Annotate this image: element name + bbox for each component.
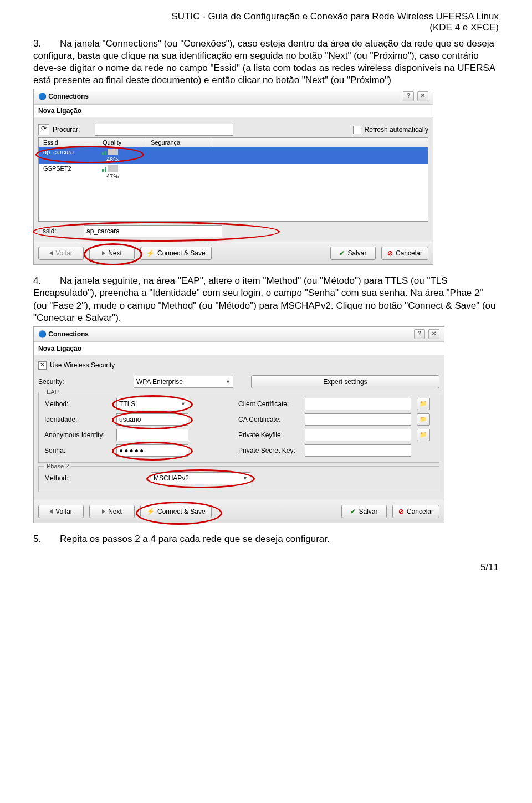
connect-save-button[interactable]: ⚡Connect & Save <box>140 505 212 518</box>
step-number-3: 3. <box>33 38 60 50</box>
next-button[interactable]: Next <box>89 247 135 260</box>
procurar-input[interactable] <box>95 124 233 136</box>
cancel-icon: ⊘ <box>387 249 393 257</box>
phase2-method-combo[interactable]: MSCHAPv2▼ <box>151 472 250 484</box>
arrow-left-icon <box>49 251 53 255</box>
phase2-legend: Phase 2 <box>44 463 71 469</box>
titlebar: 🔵 Connections ? ✕ <box>34 89 433 104</box>
list-header: Essid Quality Segurança <box>39 138 428 147</box>
titlebar: 🔵 Connections ? ✕ <box>34 327 444 342</box>
method-label: Method: <box>44 400 111 408</box>
private-secret-key-label: Private Secret Key: <box>238 447 299 454</box>
procurar-label: Procurar: <box>53 126 91 134</box>
section-nova-ligacao: Nova Ligação <box>34 104 433 117</box>
page-header: SUTIC - Guia de Configuração e Conexão p… <box>33 11 499 33</box>
ca-cert-label: CA Certificate: <box>238 416 299 423</box>
cancel-icon: ⊘ <box>398 508 404 515</box>
help-icon[interactable]: ? <box>414 329 425 339</box>
security-label: Security: <box>38 378 83 386</box>
essid-label: Essid: <box>38 227 77 235</box>
voltar-button[interactable]: Voltar <box>38 505 84 518</box>
refresh-icon[interactable]: ⟳ <box>38 124 49 135</box>
chevron-down-icon: ▼ <box>226 376 231 387</box>
next-button[interactable]: Next <box>89 505 135 518</box>
browse-icon[interactable]: 📁 <box>417 429 430 441</box>
arrow-right-icon <box>102 509 105 514</box>
connections-window-2: 🔵 Connections ? ✕ Nova Ligação ✕ Use Wir… <box>33 326 444 523</box>
connections-window-1: 🔵 Connections ? ✕ Nova Ligação ⟳ Procura… <box>33 89 433 265</box>
cancelar-button[interactable]: ⊘Cancelar <box>392 505 439 518</box>
chevron-down-icon: ▼ <box>243 473 248 484</box>
use-wireless-security-label: Use Wireless Security <box>50 361 115 369</box>
check-icon: ✔ <box>339 249 345 257</box>
check-icon: ✔ <box>350 508 356 515</box>
window-title: Connections <box>48 93 89 100</box>
security-combo[interactable]: WPA Enterprise▼ <box>134 376 233 388</box>
chevron-down-icon: ▼ <box>181 398 186 410</box>
step-text-4: Na janela seguinte, na área "EAP", alter… <box>33 275 495 323</box>
senha-input[interactable]: ●●●●● <box>116 444 188 457</box>
connect-icon: ⚡ <box>146 249 155 257</box>
phase2-method-label: Method: <box>44 474 111 482</box>
col-seguranca: Segurança <box>146 138 211 147</box>
private-keyfile-label: Private Keyfile: <box>238 431 299 439</box>
anon-identity-label: Anonymous Identity: <box>44 431 111 439</box>
col-essid: Essid <box>39 138 98 147</box>
col-quality: Quality <box>98 138 146 147</box>
identidade-input[interactable]: usuario <box>116 413 188 426</box>
eap-fieldset: EAP Method: TTLS▼ Client Certificate: 📁 … <box>38 392 439 463</box>
section-nova-ligacao: Nova Ligação <box>34 342 444 355</box>
voltar-button[interactable]: Voltar <box>38 247 84 260</box>
close-icon[interactable]: ✕ <box>428 329 439 339</box>
step-number-4: 4. <box>33 275 60 287</box>
paragraph-5: 5.Repita os passos 2 a 4 para cada rede … <box>33 533 499 545</box>
button-bar: Voltar Next ⚡Connect & Save ✔Salvar ⊘Can… <box>34 242 433 264</box>
expert-settings-button[interactable]: Expert settings <box>251 375 439 388</box>
network-list[interactable]: Essid Quality Segurança ap_carcara 48% G… <box>38 137 428 222</box>
eap-legend: EAP <box>44 388 61 395</box>
browse-icon[interactable]: 📁 <box>417 413 430 426</box>
button-bar: Voltar Next ⚡Connect & Save ✔Salvar ⊘Can… <box>34 500 444 523</box>
header-line1: SUTIC - Guia de Configuração e Conexão p… <box>171 11 499 22</box>
private-keyfile-input[interactable] <box>305 429 411 441</box>
paragraph-3: 3.Na janela "Connections" (ou "Conexões"… <box>33 38 499 86</box>
eap-method-combo[interactable]: TTLS▼ <box>116 398 188 410</box>
step-number-5: 5. <box>33 533 60 545</box>
list-item[interactable]: GSPSET2 47% <box>39 164 428 181</box>
salvar-button[interactable]: ✔Salvar <box>330 247 376 260</box>
close-icon[interactable]: ✕ <box>417 91 428 101</box>
step-text-3: Na janela "Connections" (ou "Conexões"),… <box>33 38 495 85</box>
connect-icon: ⚡ <box>146 508 155 515</box>
use-wireless-security-checkbox[interactable]: ✕ <box>38 361 47 370</box>
list-item[interactable]: ap_carcara 48% <box>39 147 428 164</box>
essid-input[interactable]: ap_carcara <box>84 225 222 237</box>
refresh-auto-checkbox[interactable] <box>353 126 361 134</box>
phase2-fieldset: Phase 2 Method: MSCHAPv2▼ <box>38 466 439 492</box>
refresh-auto-label: Refresh automatically <box>365 126 428 134</box>
paragraph-4: 4.Na janela seguinte, na área "EAP", alt… <box>33 275 499 324</box>
header-line2: (KDE 4 e XFCE) <box>429 22 499 33</box>
connect-save-button[interactable]: ⚡Connect & Save <box>140 247 212 260</box>
help-icon[interactable]: ? <box>403 91 414 101</box>
senha-label: Senha: <box>44 447 111 454</box>
arrow-right-icon <box>102 251 105 255</box>
client-cert-input[interactable] <box>305 398 411 410</box>
cancelar-button[interactable]: ⊘Cancelar <box>381 247 428 260</box>
anon-identity-input[interactable] <box>116 429 188 441</box>
arrow-left-icon <box>49 509 53 514</box>
private-secret-key-input[interactable] <box>305 444 411 457</box>
client-cert-label: Client Certificate: <box>238 400 299 408</box>
window-title: Connections <box>48 330 89 338</box>
page-number: 5/11 <box>33 562 499 573</box>
step-text-5: Repita os passos 2 a 4 para cada rede qu… <box>60 534 330 544</box>
identidade-label: Identidade: <box>44 416 111 423</box>
ca-cert-input[interactable] <box>305 413 411 426</box>
browse-icon[interactable]: 📁 <box>417 398 430 410</box>
salvar-button[interactable]: ✔Salvar <box>341 505 387 518</box>
